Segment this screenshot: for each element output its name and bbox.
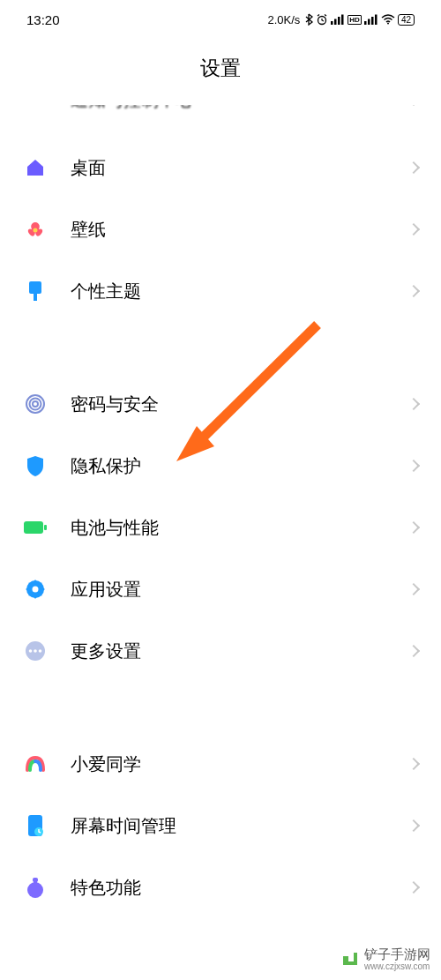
svg-point-23	[34, 649, 37, 653]
list-item-battery[interactable]: 电池与性能	[23, 497, 418, 558]
svg-point-24	[39, 649, 42, 653]
item-label: 电池与性能	[71, 516, 409, 540]
item-label: 隐私保护	[71, 454, 409, 478]
item-label: 应用设置	[71, 578, 409, 602]
status-right: 2.0K/s HD 42	[267, 13, 415, 26]
status-icons: HD 42	[304, 13, 415, 26]
list-item-screen-time[interactable]: 屏幕时间管理	[23, 795, 418, 857]
list-item-more[interactable]: 更多设置	[23, 620, 418, 682]
chevron-icon	[407, 758, 420, 770]
screen-time-icon	[23, 813, 48, 838]
list-item-wallpaper[interactable]: 壁纸	[23, 198, 418, 260]
item-label: 桌面	[71, 156, 409, 180]
notification-icon	[23, 105, 48, 112]
watermark: 铲子手游网 www.czjxsw.com	[336, 946, 434, 974]
svg-rect-18	[44, 525, 47, 530]
wifi-icon	[381, 14, 395, 25]
alarm-icon	[316, 13, 328, 26]
battery-indicator: 42	[398, 14, 415, 26]
svg-rect-2	[334, 19, 337, 26]
list-item-special[interactable]: 特色功能	[23, 857, 418, 918]
xiaoai-icon	[23, 752, 48, 776]
svg-point-27	[27, 882, 43, 898]
more-icon	[23, 639, 48, 663]
svg-rect-5	[364, 21, 367, 25]
watermark-logo-icon	[340, 949, 359, 969]
item-label: 壁纸	[71, 218, 409, 242]
hd-icon: HD	[348, 15, 362, 25]
svg-rect-12	[29, 281, 41, 294]
svg-point-9	[387, 23, 389, 25]
svg-rect-13	[34, 294, 37, 301]
svg-rect-8	[375, 15, 377, 26]
chevron-icon	[407, 645, 420, 657]
list-item-app-settings[interactable]: 应用设置	[23, 558, 418, 620]
fingerprint-icon	[23, 392, 48, 416]
chevron-icon	[407, 583, 420, 595]
home-icon	[23, 155, 48, 180]
special-icon	[23, 875, 48, 900]
signal-icon	[331, 14, 345, 25]
bluetooth-icon	[304, 13, 313, 26]
svg-point-11	[34, 228, 38, 233]
svg-rect-7	[371, 17, 374, 25]
svg-rect-29	[34, 881, 37, 884]
status-bar: 13:20 2.0K/s HD 42	[0, 0, 441, 39]
list-item-privacy[interactable]: 隐私保护	[23, 435, 418, 497]
item-label: 更多设置	[71, 640, 409, 663]
network-speed: 2.0K/s	[267, 13, 300, 26]
chevron-icon	[407, 460, 420, 472]
svg-rect-17	[24, 521, 43, 534]
item-label: 屏幕时间管理	[71, 814, 409, 838]
svg-point-22	[29, 649, 33, 653]
svg-rect-4	[341, 15, 344, 26]
list-item-xiaoai[interactable]: 小爱同学	[23, 733, 418, 795]
item-label: 通知与控制中心	[71, 105, 409, 112]
svg-point-15	[30, 399, 41, 410]
gear-icon	[23, 577, 48, 602]
list-item-password-security[interactable]: 密码与安全	[23, 373, 418, 435]
svg-rect-1	[331, 21, 333, 25]
chevron-icon	[407, 881, 420, 894]
list-item-partial[interactable]: 通知与控制中心	[23, 105, 418, 131]
chevron-icon	[407, 285, 420, 297]
chevron-icon	[407, 398, 420, 410]
chevron-icon	[407, 819, 420, 832]
item-label: 密码与安全	[71, 393, 409, 416]
svg-rect-3	[338, 17, 340, 25]
battery-icon	[23, 515, 48, 540]
item-label: 特色功能	[71, 876, 409, 900]
wallpaper-icon	[23, 217, 48, 242]
list-item-desktop[interactable]: 桌面	[23, 137, 418, 198]
chevron-icon	[407, 223, 420, 236]
watermark-url: www.czjxsw.com	[364, 961, 430, 971]
svg-rect-6	[368, 19, 370, 26]
status-time: 13:20	[26, 12, 60, 27]
theme-icon	[23, 279, 48, 303]
page-header: 设置	[0, 39, 441, 105]
watermark-brand: 铲子手游网	[364, 947, 430, 962]
item-label: 个性主题	[71, 280, 409, 303]
chevron-icon	[407, 521, 420, 534]
shield-icon	[23, 453, 48, 478]
item-label: 小爱同学	[71, 752, 409, 776]
svg-point-16	[33, 401, 38, 407]
chevron-icon	[407, 161, 420, 174]
signal-icon-2	[364, 14, 378, 25]
svg-point-20	[33, 587, 39, 593]
list-item-theme[interactable]: 个性主题	[23, 260, 418, 322]
settings-list: 通知与控制中心 桌面 壁纸 个性主题 密码与安全	[0, 105, 441, 918]
page-title: 设置	[0, 55, 441, 82]
